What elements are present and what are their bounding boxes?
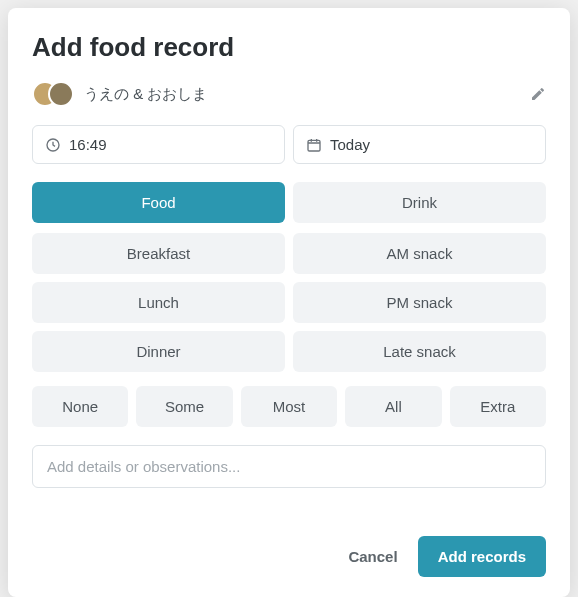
user-name-label: うえの & おおしま: [84, 85, 207, 104]
meal-lunch[interactable]: Lunch: [32, 282, 285, 323]
amount-most[interactable]: Most: [241, 386, 337, 427]
meal-breakfast[interactable]: Breakfast: [32, 233, 285, 274]
date-input[interactable]: Today: [293, 125, 546, 164]
user-avatars: [32, 81, 74, 107]
type-tabs: Food Drink: [32, 182, 546, 223]
time-date-row: 16:49 Today: [32, 125, 546, 164]
cancel-button[interactable]: Cancel: [348, 548, 397, 565]
amount-some[interactable]: Some: [136, 386, 232, 427]
date-value: Today: [330, 136, 370, 153]
details-textarea[interactable]: [32, 445, 546, 488]
tab-drink[interactable]: Drink: [293, 182, 546, 223]
calendar-icon: [306, 137, 322, 153]
modal-title: Add food record: [32, 32, 546, 63]
amount-options: None Some Most All Extra: [32, 386, 546, 427]
amount-all[interactable]: All: [345, 386, 441, 427]
modal-body: Add food record うえの & おおしま 16:49: [8, 8, 570, 520]
user-row: うえの & おおしま: [32, 81, 546, 107]
clock-icon: [45, 137, 61, 153]
add-records-button[interactable]: Add records: [418, 536, 546, 577]
meal-am-snack[interactable]: AM snack: [293, 233, 546, 274]
add-food-record-modal: Add food record うえの & おおしま 16:49: [8, 8, 570, 597]
svg-rect-1: [308, 140, 320, 151]
time-value: 16:49: [69, 136, 107, 153]
modal-footer: Cancel Add records: [8, 520, 570, 597]
edit-icon[interactable]: [530, 86, 546, 102]
time-input[interactable]: 16:49: [32, 125, 285, 164]
meal-late-snack[interactable]: Late snack: [293, 331, 546, 372]
avatar-icon: [48, 81, 74, 107]
meal-options: Breakfast AM snack Lunch PM snack Dinner…: [32, 233, 546, 372]
tab-food[interactable]: Food: [32, 182, 285, 223]
amount-none[interactable]: None: [32, 386, 128, 427]
amount-extra[interactable]: Extra: [450, 386, 546, 427]
meal-dinner[interactable]: Dinner: [32, 331, 285, 372]
meal-pm-snack[interactable]: PM snack: [293, 282, 546, 323]
